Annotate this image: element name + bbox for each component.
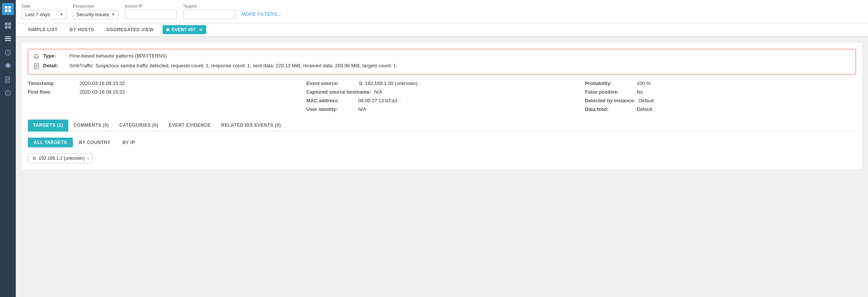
sidebar [0,0,16,297]
perspective-select[interactable]: Security issues ▼ [73,10,118,19]
content-area: Type: Flow-based behavior patterns (BPAT… [16,37,868,297]
targets-filter-group: Targets [183,4,235,19]
detail-value: SmbTraffic: Suspicious samba traffic det… [69,63,397,68]
user-identity-row: User identity: N/A [306,106,577,112]
section-tab-comments[interactable]: COMMENTS (0) [68,120,114,132]
svg-rect-7 [8,26,11,29]
sub-tab-by_ip[interactable]: BY IP [116,138,141,147]
detail-icon [33,63,39,70]
perspective-label: Perspective [73,4,118,8]
svg-rect-1 [8,6,11,9]
target-chip-arrow: ▾ [87,156,89,161]
event-source-label: Event source: [306,80,355,86]
sub-tab-all_targets[interactable]: ALL TARGETS [28,138,73,147]
perspective-select-value: Security issues [76,12,109,17]
captured-source-value: N/A [374,89,383,95]
false-positive-value: No [637,89,643,95]
svg-rect-2 [5,9,8,12]
data-feed-row: Data feed: Default [585,106,856,112]
detail-label: Detail: [43,63,66,68]
svg-point-22 [36,55,37,56]
grid-icon[interactable] [2,20,14,32]
perspective-select-arrow: ▼ [111,12,115,17]
mac-address-row: MAC address: 08:00:27:13:b3:a1 › [306,98,577,103]
svg-point-20 [8,92,8,92]
section-tab-bar: TARGETS (1)COMMENTS (0)CATEGORIES (0)EVE… [28,120,856,132]
false-positive-row: False positive: No [585,89,856,95]
event-tab-label: EVENT #67 [172,27,195,32]
meta-grid: Timestamp: 2020-03-16 08:15:32 First flo… [28,80,856,112]
tab-simple-list[interactable]: SIMPLE LIST [22,23,64,37]
sub-tab-by_country[interactable]: BY COUNTRY [73,138,116,147]
source-ip-input[interactable] [124,10,177,19]
type-detail-box: Type: Flow-based behavior patterns (BPAT… [28,49,856,74]
tab-aggregated-view[interactable]: AGGREGATED VIEW [100,23,160,37]
svg-rect-0 [5,6,8,9]
targets-label: Targets [183,4,235,8]
detected-by-row: Detected by instance: Default [585,98,856,103]
section-tab-categories[interactable]: CATEGORIES (0) [114,120,163,132]
event-tab-close[interactable]: × [199,27,202,32]
detail-row: Detail: SmbTraffic: Suspicious samba tra… [33,63,850,70]
doc-icon[interactable] [2,74,14,86]
section-tab-related_ids[interactable]: RELATED IDS EVENTS (0) [216,120,286,132]
false-positive-label: False positive: [585,89,634,95]
main-content: Date Last 7 days ▼ Perspective Security … [16,0,868,297]
event-card: Type: Flow-based behavior patterns (BPAT… [22,43,862,169]
date-select-value: Last 7 days [25,12,50,17]
event-source-value: 🖥 192.168.1.50 (unknown) › [358,80,421,86]
svg-rect-5 [8,23,11,25]
detected-by-label: Detected by instance: [585,98,635,103]
probability-value: 100 % [637,80,651,86]
perspective-filter-group: Perspective Security issues ▼ [73,4,118,19]
first-flow-row: First flow: 2020-03-16 08:15:32 [28,89,299,95]
event-source-arrow[interactable]: › [419,81,421,86]
more-filters-button[interactable]: MORE FILTERS... [241,10,281,18]
date-select[interactable]: Last 7 days ▼ [22,10,67,19]
filter-bar: Date Last 7 days ▼ Perspective Security … [16,0,868,23]
data-feed-value: Default [637,106,652,112]
clock-icon[interactable] [2,47,14,59]
timestamp-value: 2020-03-16 08:15:32 [80,80,125,86]
user-identity-label: User identity: [306,106,355,112]
type-icon [33,53,39,61]
gear-icon[interactable] [2,60,14,72]
target-chip-value: 192.168.1.2 (unknown) [39,156,85,161]
tab-by-hosts[interactable]: BY HOSTS [64,23,100,37]
info-icon[interactable] [2,87,14,99]
mac-address-arrow[interactable]: › [399,98,401,103]
svg-point-21 [34,54,39,59]
svg-rect-8 [5,36,11,37]
source-ip-filter-group: Source IP [124,4,177,19]
target-chip[interactable]: 🖥 192.168.1.2 (unknown) ▾ [28,153,93,163]
user-identity-value: N/A [358,106,366,112]
data-feed-label: Data feed: [585,106,634,112]
svg-line-13 [8,53,9,53]
svg-rect-6 [5,26,8,29]
meta-section-middle: Event source: 🖥 192.168.1.50 (unknown) ›… [306,80,577,112]
timestamp-label: Timestamp: [28,80,77,86]
detected-by-value: Default [638,98,654,103]
event-tab-dot [166,28,169,31]
list-icon[interactable] [2,33,14,45]
tab-event[interactable]: EVENT #67 × [163,25,206,34]
sidebar-logo[interactable] [2,3,14,15]
monitor-icon: 🖥 [358,80,363,86]
event-source-row: Event source: 🖥 192.168.1.50 (unknown) › [306,80,577,86]
captured-source-row: Captured source hostname: N/A [306,89,577,95]
targets-input[interactable] [183,10,235,19]
section-tab-event_evidence[interactable]: EVENT EVIDENCE [163,120,216,132]
first-flow-value: 2020-03-16 08:15:32 [80,89,125,95]
probability-row: Probability: 100 % [585,80,856,86]
first-flow-label: First flow: [28,89,77,95]
meta-section-right: Probability: 100 % False positive: No De… [585,80,856,112]
source-ip-label: Source IP [124,4,177,8]
meta-section-left: Timestamp: 2020-03-16 08:15:32 First flo… [28,80,299,112]
timestamp-row: Timestamp: 2020-03-16 08:15:32 [28,80,299,86]
mac-address-value: 08:00:27:13:b3:a1 › [358,98,401,103]
main-tab-bar: SIMPLE LIST BY HOSTS AGGREGATED VIEW EVE… [16,23,868,37]
type-label: Type: [43,53,66,59]
svg-rect-10 [5,40,11,41]
target-chip-icon: 🖥 [32,156,36,161]
section-tab-targets[interactable]: TARGETS (1) [28,120,68,132]
